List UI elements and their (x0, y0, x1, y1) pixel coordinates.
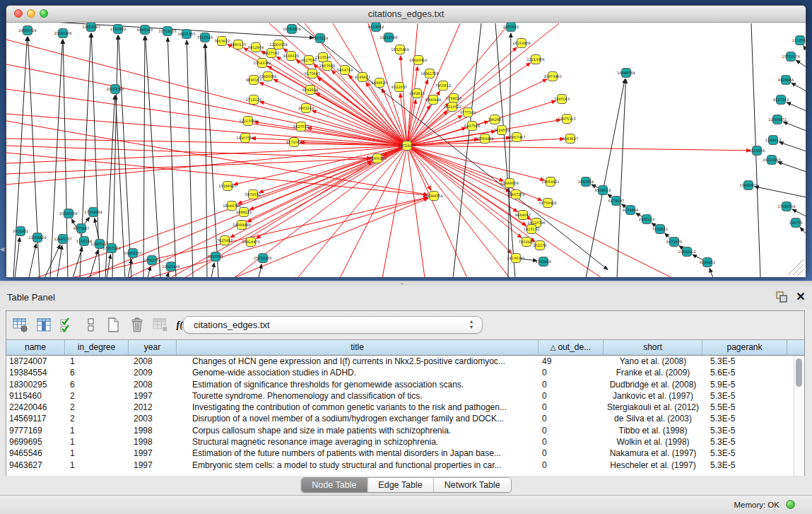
table-cell[interactable]: 2 (65, 390, 129, 402)
network-graph[interactable]: 2405572420691406106532871527602846616010… (6, 23, 806, 277)
graph-edge[interactable] (84, 217, 89, 224)
delete-table-button[interactable] (151, 316, 170, 334)
graph-edge[interactable] (128, 161, 372, 277)
table-cell[interactable]: Dudbridge et al. (2008) (604, 379, 702, 390)
table-cell[interactable]: 9115460 (6, 390, 65, 402)
graph-edge[interactable] (804, 46, 806, 50)
table-cell[interactable]: 5.3E-5 (702, 390, 787, 402)
graph-edge[interactable] (665, 233, 671, 238)
graph-edge[interactable] (29, 244, 36, 277)
table-cell[interactable]: 49 (539, 356, 604, 367)
table-cell[interactable]: 9463627 (6, 460, 65, 471)
graph-edge[interactable] (411, 149, 512, 254)
graph-edge[interactable] (408, 23, 418, 141)
column-header-short[interactable]: short (604, 340, 702, 355)
table-row[interactable]: 946362711997Embryonic stem cells: a mode… (6, 460, 804, 471)
graph-edge[interactable] (800, 228, 806, 234)
graph-edge[interactable] (586, 79, 625, 277)
column-header-out_de[interactable]: △out_de... (539, 340, 604, 355)
graph-edge[interactable] (259, 264, 261, 277)
graph-edge[interactable] (170, 148, 403, 277)
table-cell[interactable]: 9699695 (6, 436, 65, 448)
graph-edge[interactable] (622, 204, 627, 207)
delete-rows-button[interactable] (128, 316, 146, 334)
table-cell[interactable]: 2 (65, 413, 129, 424)
table-cell[interactable]: 0 (539, 425, 604, 436)
float-panel-icon[interactable] (776, 291, 788, 303)
graph-edge[interactable] (796, 60, 806, 67)
graph-edge[interactable] (508, 33, 511, 277)
table-row[interactable]: 946554611997Estimation of the future num… (6, 448, 804, 459)
table-cell[interactable]: Changes of HCN gene expression and I(f) … (177, 356, 539, 367)
table-cell[interactable]: 2008 (129, 379, 177, 390)
table-cell[interactable]: 1 (65, 448, 129, 459)
sidebar-collapse-icon[interactable]: ◀ (0, 246, 5, 253)
table-row[interactable]: 1938455462009Genome-wide association stu… (6, 367, 804, 378)
table-cell[interactable]: Nakamura et al. (1997) (604, 448, 702, 459)
table-cell[interactable]: 2009 (129, 367, 177, 378)
close-panel-icon[interactable]: ✕ (794, 290, 807, 304)
table-cell[interactable]: 5.3E-5 (702, 425, 787, 436)
column-header-in_degree[interactable]: in_degree (65, 340, 129, 355)
table-cell[interactable]: 9465546 (6, 448, 65, 459)
network-window-titlebar[interactable]: citations_edges.txt (6, 6, 806, 23)
graph-edge[interactable] (259, 83, 402, 144)
table-cell[interactable]: 5.9E-5 (702, 379, 787, 390)
column-header-year[interactable]: year (129, 340, 177, 355)
table-cell[interactable]: Structural magnetic resonance image aver… (177, 436, 539, 448)
graph-edge[interactable] (6, 139, 402, 146)
network-window[interactable]: citations_edges.txt 24055724206914061065… (6, 5, 806, 276)
table-cell[interactable]: Estimation of the future numbers of pati… (177, 448, 539, 459)
graph-edge[interactable] (234, 198, 428, 277)
table-cell[interactable]: 14569117 (6, 413, 65, 424)
graph-edge[interactable] (211, 263, 214, 277)
graph-edge[interactable] (783, 122, 806, 131)
graph-edge[interactable] (6, 89, 402, 145)
table-selector-dropdown[interactable]: citations_edges.txt ▲▼ (183, 316, 483, 334)
graph-edge[interactable] (13, 37, 27, 277)
scrollbar-thumb[interactable] (796, 358, 802, 387)
table-cell[interactable]: 0 (539, 436, 604, 448)
table-cell[interactable]: Disruption of a novel member of a sodium… (177, 413, 539, 424)
table-row[interactable]: 977716911998Corpus callosum shape and si… (6, 425, 804, 436)
table-cell[interactable]: 2 (65, 402, 129, 413)
table-cell[interactable]: Corpus callosum shape and size in male p… (177, 425, 539, 436)
table-cell[interactable]: 2012 (129, 402, 177, 413)
table-cell[interactable]: 1997 (129, 390, 177, 402)
table-cell[interactable]: 0 (539, 390, 604, 402)
table-cell[interactable]: 5.3E-5 (702, 436, 787, 448)
graph-edge[interactable] (382, 151, 406, 277)
table-cell[interactable]: 5.5E-5 (702, 402, 787, 413)
graph-edge[interactable] (6, 40, 402, 144)
column-chooser-button[interactable] (35, 316, 53, 334)
table-cell[interactable]: 18300295 (6, 379, 65, 390)
table-cell[interactable]: 19384554 (6, 367, 65, 378)
table-cell[interactable]: Genome-wide association studies in ADHD. (177, 367, 539, 378)
table-cell[interactable]: 5.3E-5 (702, 460, 787, 471)
table-cell[interactable]: 22420046 (6, 402, 65, 413)
table-cell[interactable]: 0 (539, 367, 604, 378)
graph-edge[interactable] (617, 79, 626, 277)
column-header-name[interactable]: name (6, 340, 65, 355)
tab-node-table[interactable]: Node Table (301, 478, 367, 492)
graph-edge[interactable] (787, 103, 806, 111)
table-cell[interactable]: 5.3E-5 (702, 413, 787, 424)
table-cell[interactable]: 1 (65, 425, 129, 436)
network-view[interactable]: 2405572420691406106532871527602846616010… (6, 23, 806, 277)
graph-edge[interactable] (408, 151, 425, 277)
table-cell[interactable]: 6 (65, 367, 129, 378)
table-cell[interactable]: Wolkin et al. (1998) (604, 436, 702, 448)
table-cell[interactable]: Investigating the contribution of common… (177, 402, 539, 413)
table-row[interactable]: 1830029562008Estimation of significance … (6, 379, 804, 390)
table-cell[interactable]: 1 (65, 436, 129, 448)
graph-edge[interactable] (317, 77, 403, 142)
table-cell[interactable]: 0 (539, 402, 604, 413)
table-settings-button[interactable] (11, 316, 30, 334)
table-cell[interactable]: Jankovic et al. (1997) (604, 390, 702, 402)
table-cell[interactable]: 9777169 (6, 425, 65, 436)
table-cell[interactable]: 1998 (129, 436, 177, 448)
window-resize-grip[interactable] (788, 259, 804, 275)
graph-edge[interactable] (6, 64, 402, 145)
split-pane-divider[interactable]: ••• (0, 281, 812, 286)
graph-edge[interactable] (118, 35, 131, 277)
